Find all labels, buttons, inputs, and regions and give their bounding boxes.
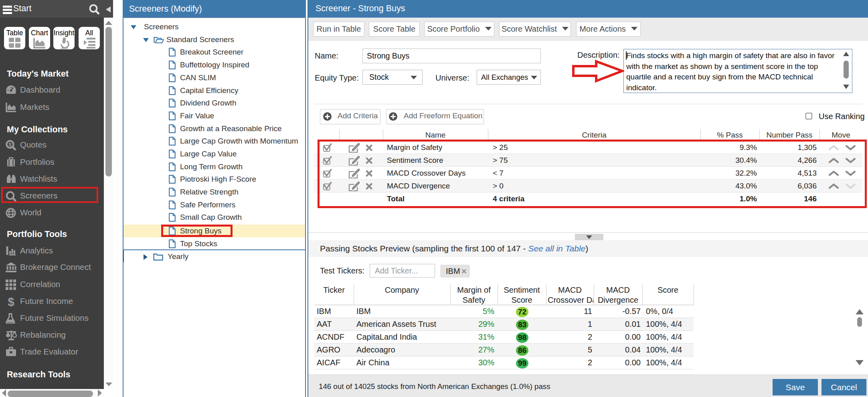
svg-text:$: $ <box>8 142 12 148</box>
